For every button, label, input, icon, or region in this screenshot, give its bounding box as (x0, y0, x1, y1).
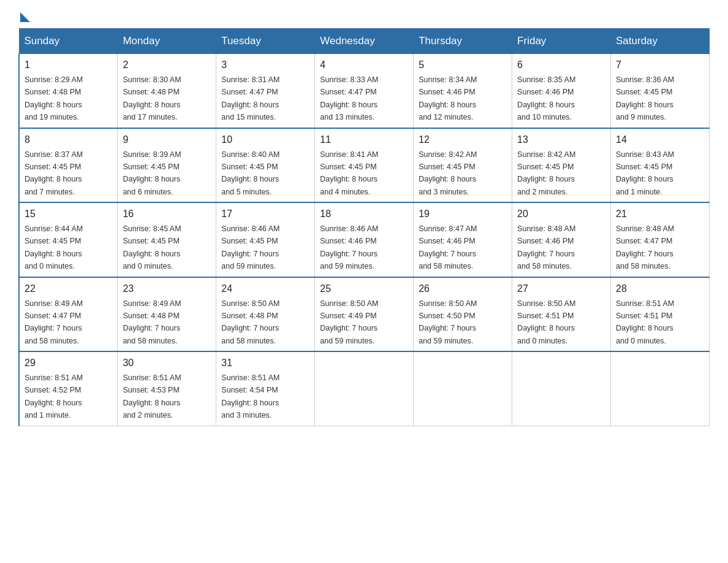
day-number: 22 (25, 282, 112, 296)
day-info: Sunrise: 8:50 AMSunset: 4:49 PMDaylight:… (320, 299, 378, 345)
day-number: 30 (123, 356, 211, 370)
day-number: 28 (616, 282, 704, 296)
day-number: 29 (25, 356, 112, 370)
day-info: Sunrise: 8:39 AMSunset: 4:45 PMDaylight:… (123, 150, 181, 196)
day-number: 8 (25, 132, 112, 147)
calendar-cell: 8 Sunrise: 8:37 AMSunset: 4:45 PMDayligh… (19, 128, 118, 203)
calendar-cell (512, 351, 611, 426)
day-number: 1 (25, 58, 112, 72)
calendar-cell: 14 Sunrise: 8:43 AMSunset: 4:45 PMDaylig… (611, 128, 710, 203)
day-info: Sunrise: 8:51 AMSunset: 4:51 PMDaylight:… (616, 299, 674, 345)
day-number: 23 (123, 282, 211, 296)
day-info: Sunrise: 8:50 AMSunset: 4:50 PMDaylight:… (419, 299, 477, 345)
weekday-header-sunday: Sunday (19, 29, 118, 54)
day-number: 5 (419, 58, 507, 72)
calendar-cell: 5 Sunrise: 8:34 AMSunset: 4:46 PMDayligh… (414, 54, 512, 128)
day-number: 18 (320, 207, 408, 221)
week-row-2: 8 Sunrise: 8:37 AMSunset: 4:45 PMDayligh… (19, 128, 710, 203)
day-info: Sunrise: 8:47 AMSunset: 4:46 PMDaylight:… (419, 224, 477, 270)
day-number: 25 (320, 282, 408, 296)
calendar-cell: 19 Sunrise: 8:47 AMSunset: 4:46 PMDaylig… (414, 202, 512, 277)
day-info: Sunrise: 8:29 AMSunset: 4:48 PMDaylight:… (25, 75, 83, 121)
calendar-cell: 25 Sunrise: 8:50 AMSunset: 4:49 PMDaylig… (315, 277, 414, 352)
day-info: Sunrise: 8:30 AMSunset: 4:48 PMDaylight:… (123, 75, 181, 121)
day-info: Sunrise: 8:34 AMSunset: 4:46 PMDaylight:… (419, 75, 477, 121)
weekday-header-monday: Monday (118, 29, 216, 54)
calendar-cell: 20 Sunrise: 8:48 AMSunset: 4:46 PMDaylig… (512, 202, 611, 277)
calendar-cell: 27 Sunrise: 8:50 AMSunset: 4:51 PMDaylig… (512, 277, 611, 352)
calendar-cell: 3 Sunrise: 8:31 AMSunset: 4:47 PMDayligh… (216, 54, 315, 128)
day-info: Sunrise: 8:43 AMSunset: 4:45 PMDaylight:… (616, 150, 674, 196)
calendar-cell: 7 Sunrise: 8:36 AMSunset: 4:45 PMDayligh… (611, 54, 710, 128)
calendar-cell: 13 Sunrise: 8:42 AMSunset: 4:45 PMDaylig… (512, 128, 611, 203)
calendar-cell: 28 Sunrise: 8:51 AMSunset: 4:51 PMDaylig… (611, 277, 710, 352)
day-info: Sunrise: 8:40 AMSunset: 4:45 PMDaylight:… (221, 150, 279, 196)
calendar-table: SundayMondayTuesdayWednesdayThursdayFrid… (18, 28, 710, 426)
day-number: 10 (221, 132, 309, 147)
calendar-cell: 6 Sunrise: 8:35 AMSunset: 4:46 PMDayligh… (512, 54, 611, 128)
day-number: 16 (123, 207, 211, 221)
day-info: Sunrise: 8:50 AMSunset: 4:51 PMDaylight:… (517, 299, 575, 345)
day-number: 24 (221, 282, 309, 296)
day-info: Sunrise: 8:33 AMSunset: 4:47 PMDaylight:… (320, 75, 378, 121)
page-header (18, 12, 710, 22)
weekday-header-thursday: Thursday (414, 29, 512, 54)
calendar-cell: 24 Sunrise: 8:50 AMSunset: 4:48 PMDaylig… (216, 277, 315, 352)
calendar-cell: 31 Sunrise: 8:51 AMSunset: 4:54 PMDaylig… (216, 351, 315, 426)
calendar-cell: 9 Sunrise: 8:39 AMSunset: 4:45 PMDayligh… (118, 128, 216, 203)
day-info: Sunrise: 8:44 AMSunset: 4:45 PMDaylight:… (25, 224, 83, 270)
calendar-cell: 2 Sunrise: 8:30 AMSunset: 4:48 PMDayligh… (118, 54, 216, 128)
calendar-cell (315, 351, 414, 426)
day-info: Sunrise: 8:36 AMSunset: 4:45 PMDaylight:… (616, 75, 674, 121)
day-info: Sunrise: 8:51 AMSunset: 4:54 PMDaylight:… (221, 373, 279, 419)
day-number: 4 (320, 58, 408, 72)
day-info: Sunrise: 8:51 AMSunset: 4:52 PMDaylight:… (25, 373, 83, 419)
logo (18, 12, 30, 22)
calendar-cell (611, 351, 710, 426)
weekday-header-row: SundayMondayTuesdayWednesdayThursdayFrid… (19, 29, 710, 54)
day-info: Sunrise: 8:49 AMSunset: 4:47 PMDaylight:… (25, 299, 83, 345)
calendar-cell: 29 Sunrise: 8:51 AMSunset: 4:52 PMDaylig… (19, 351, 118, 426)
calendar-cell: 23 Sunrise: 8:49 AMSunset: 4:48 PMDaylig… (118, 277, 216, 352)
weekday-header-friday: Friday (512, 29, 611, 54)
calendar-cell: 30 Sunrise: 8:51 AMSunset: 4:53 PMDaylig… (118, 351, 216, 426)
calendar-cell: 11 Sunrise: 8:41 AMSunset: 4:45 PMDaylig… (315, 128, 414, 203)
calendar-cell: 10 Sunrise: 8:40 AMSunset: 4:45 PMDaylig… (216, 128, 315, 203)
day-info: Sunrise: 8:42 AMSunset: 4:45 PMDaylight:… (517, 150, 575, 196)
day-info: Sunrise: 8:45 AMSunset: 4:45 PMDaylight:… (123, 224, 181, 270)
calendar-cell: 16 Sunrise: 8:45 AMSunset: 4:45 PMDaylig… (118, 202, 216, 277)
calendar-cell: 4 Sunrise: 8:33 AMSunset: 4:47 PMDayligh… (315, 54, 414, 128)
day-info: Sunrise: 8:31 AMSunset: 4:47 PMDaylight:… (221, 75, 279, 121)
day-info: Sunrise: 8:48 AMSunset: 4:47 PMDaylight:… (616, 224, 674, 270)
calendar-cell: 18 Sunrise: 8:46 AMSunset: 4:46 PMDaylig… (315, 202, 414, 277)
day-info: Sunrise: 8:50 AMSunset: 4:48 PMDaylight:… (221, 299, 279, 345)
day-number: 13 (517, 132, 605, 147)
weekday-header-wednesday: Wednesday (315, 29, 414, 54)
calendar-cell: 22 Sunrise: 8:49 AMSunset: 4:47 PMDaylig… (19, 277, 118, 352)
day-info: Sunrise: 8:46 AMSunset: 4:46 PMDaylight:… (320, 224, 378, 270)
week-row-3: 15 Sunrise: 8:44 AMSunset: 4:45 PMDaylig… (19, 202, 710, 277)
week-row-5: 29 Sunrise: 8:51 AMSunset: 4:52 PMDaylig… (19, 351, 710, 426)
day-info: Sunrise: 8:48 AMSunset: 4:46 PMDaylight:… (517, 224, 575, 270)
calendar-cell: 15 Sunrise: 8:44 AMSunset: 4:45 PMDaylig… (19, 202, 118, 277)
day-number: 2 (123, 58, 211, 72)
day-number: 3 (221, 58, 309, 72)
calendar-cell: 1 Sunrise: 8:29 AMSunset: 4:48 PMDayligh… (19, 54, 118, 128)
day-number: 6 (517, 58, 605, 72)
calendar-cell: 21 Sunrise: 8:48 AMSunset: 4:47 PMDaylig… (611, 202, 710, 277)
day-info: Sunrise: 8:41 AMSunset: 4:45 PMDaylight:… (320, 150, 378, 196)
day-info: Sunrise: 8:51 AMSunset: 4:53 PMDaylight:… (123, 373, 181, 419)
calendar-cell (414, 351, 512, 426)
day-number: 15 (25, 207, 112, 221)
day-number: 31 (221, 356, 309, 370)
day-number: 7 (616, 58, 704, 72)
day-info: Sunrise: 8:35 AMSunset: 4:46 PMDaylight:… (517, 75, 575, 121)
week-row-4: 22 Sunrise: 8:49 AMSunset: 4:47 PMDaylig… (19, 277, 710, 352)
day-number: 19 (419, 207, 507, 221)
day-info: Sunrise: 8:49 AMSunset: 4:48 PMDaylight:… (123, 299, 181, 345)
weekday-header-tuesday: Tuesday (216, 29, 315, 54)
day-info: Sunrise: 8:46 AMSunset: 4:45 PMDaylight:… (221, 224, 279, 270)
calendar-cell: 12 Sunrise: 8:42 AMSunset: 4:45 PMDaylig… (414, 128, 512, 203)
day-number: 20 (517, 207, 605, 221)
calendar-cell: 26 Sunrise: 8:50 AMSunset: 4:50 PMDaylig… (414, 277, 512, 352)
